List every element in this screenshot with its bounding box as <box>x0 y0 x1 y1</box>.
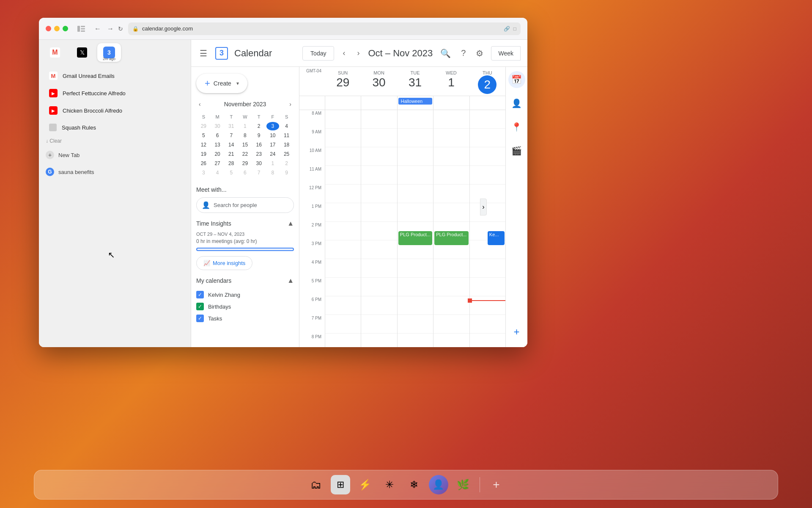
hour-9am-sun <box>325 129 361 147</box>
mini-cal-day-3-6[interactable]: 25 <box>280 150 293 158</box>
mini-cal-day-4-3[interactable]: 29 <box>239 159 252 168</box>
mini-cal-day-5-5[interactable]: 8 <box>266 168 280 177</box>
mini-cal-day-0-3[interactable]: 1 <box>239 122 252 130</box>
side-icon-zoom[interactable]: 🎬 <box>508 142 525 159</box>
sidebar-toggle-button[interactable] <box>77 25 86 33</box>
dock-item-leaf[interactable]: 🌿 <box>453 475 473 494</box>
mini-cal-day-1-0[interactable]: 5 <box>197 131 210 140</box>
tab-bar: M 𝕏 3 2m ago <box>39 40 191 65</box>
mini-cal-day-2-0[interactable]: 12 <box>197 141 210 149</box>
dock-item-asterisk[interactable]: ✳ <box>380 475 399 494</box>
mini-cal-next-button[interactable]: › <box>287 100 294 108</box>
mini-cal-day-0-5[interactable]: 3 <box>266 122 280 130</box>
dock-item-snowflake[interactable]: ❄ <box>404 475 424 494</box>
more-insights-icon: 📈 <box>203 260 210 266</box>
dock-item-lightning[interactable]: ⚡ <box>355 475 375 494</box>
tab-gmail[interactable]: M <box>43 43 67 62</box>
tab-item-chicken-broccoli[interactable]: ▶ Chicken Broccoli Alfredo <box>42 102 187 119</box>
mini-cal-day-2-1[interactable]: 13 <box>211 141 224 149</box>
mini-cal-day-4-0[interactable]: 26 <box>197 159 210 168</box>
event-ke-thu[interactable]: Ke... <box>488 231 505 245</box>
side-icon-calendar[interactable]: 📅 <box>508 71 525 88</box>
mini-cal-day-1-4[interactable]: 9 <box>252 131 266 140</box>
tab-calendar[interactable]: 3 2m ago <box>97 43 121 62</box>
mini-cal-day-5-6[interactable]: 9 <box>280 168 293 177</box>
mini-cal-day-4-6[interactable]: 2 <box>280 159 293 168</box>
more-insights-button[interactable]: 📈 More insights <box>196 256 252 270</box>
mini-cal-day-2-5[interactable]: 17 <box>266 141 280 149</box>
forward-button[interactable]: → <box>105 24 115 33</box>
mini-cal-day-2-6[interactable]: 18 <box>280 141 293 149</box>
side-icon-maps[interactable]: 📍 <box>508 119 525 135</box>
expand-panel-button[interactable]: › <box>480 199 487 215</box>
calendar-settings-button[interactable]: ⚙ <box>473 46 486 61</box>
dock-item-launchpad[interactable]: ⊞ <box>331 475 350 494</box>
mini-cal-day-2-2[interactable]: 14 <box>225 141 238 149</box>
tab-twitter[interactable]: 𝕏 <box>70 43 94 62</box>
next-period-button[interactable]: › <box>354 46 363 60</box>
event-plg-wed[interactable]: PLG Product... <box>434 231 468 245</box>
mini-cal-day-0-0[interactable]: 29 <box>197 122 210 130</box>
mini-cal-day-3-4[interactable]: 23 <box>252 150 266 158</box>
back-button[interactable]: ← <box>93 24 103 33</box>
dock-item-add[interactable]: + <box>487 475 506 494</box>
mini-cal-day-1-3[interactable]: 8 <box>239 131 252 140</box>
time-insights-collapse-button[interactable]: ▲ <box>287 220 294 227</box>
mini-cal-day-5-4[interactable]: 7 <box>252 168 266 177</box>
tab-calendar-badge: 2m ago <box>103 57 115 61</box>
mini-cal-day-1-1[interactable]: 6 <box>211 131 224 140</box>
mini-cal-day-4-1[interactable]: 27 <box>211 159 224 168</box>
address-bar[interactable]: 🔒 calendar.google.com 🔗 □ <box>128 22 521 35</box>
side-icon-contacts[interactable]: 👤 <box>508 95 525 112</box>
view-selector-button[interactable]: Week <box>491 46 521 61</box>
mini-cal-day-0-6[interactable]: 4 <box>280 122 293 130</box>
event-plg-tue[interactable]: PLG Product... <box>398 231 432 245</box>
mini-cal-day-3-2[interactable]: 21 <box>225 150 238 158</box>
search-row[interactable]: G sauna benefits <box>39 163 191 180</box>
dock-item-finder[interactable]: 🗂 <box>306 475 326 494</box>
mini-cal-day-3-0[interactable]: 19 <box>197 150 210 158</box>
mini-cal-day-5-1[interactable]: 4 <box>211 168 224 177</box>
mini-cal-prev-button[interactable]: ‹ <box>196 100 203 108</box>
close-button[interactable] <box>46 26 51 31</box>
mini-cal-day-1-5[interactable]: 10 <box>266 131 280 140</box>
mini-cal-day-3-5[interactable]: 24 <box>266 150 280 158</box>
halloween-event[interactable]: Halloween <box>398 98 432 105</box>
today-button[interactable]: Today <box>302 46 334 61</box>
mini-cal-day-4-5[interactable]: 1 <box>266 159 280 168</box>
new-tab-row[interactable]: + New Tab <box>39 146 191 163</box>
clear-button[interactable]: ↓ Clear <box>46 138 62 144</box>
create-button[interactable]: + Create ▾ <box>196 74 247 93</box>
mini-cal-day-1-6[interactable]: 11 <box>280 131 293 140</box>
mini-cal-day-5-3[interactable]: 6 <box>239 168 252 177</box>
minimize-button[interactable] <box>54 26 60 31</box>
tab-item-squash-rules[interactable]: Squash Rules <box>42 119 187 135</box>
calendar-menu-button[interactable]: ☰ <box>198 47 209 60</box>
mini-cal-day-0-1[interactable]: 30 <box>211 122 224 130</box>
mini-cal-day-4-4[interactable]: 30 <box>252 159 266 168</box>
tab-item-perfect-fettuccine[interactable]: ▶ Perfect Fettuccine Alfredo <box>42 85 187 102</box>
mini-cal-day-1-2[interactable]: 7 <box>225 131 238 140</box>
calendar-item-kelvin[interactable]: ✓ Kelvin Zhang <box>196 289 294 301</box>
calendar-help-button[interactable]: ? <box>458 46 468 61</box>
mini-cal-day-0-2[interactable]: 31 <box>225 122 238 130</box>
mini-cal-day-2-3[interactable]: 15 <box>239 141 252 149</box>
search-people-input[interactable]: 👤 Search for people <box>196 197 294 213</box>
mini-cal-day-3-3[interactable]: 22 <box>239 150 252 158</box>
tab-item-gmail-unread[interactable]: M Gmail Unread Emails <box>42 67 187 84</box>
mini-cal-day-5-2[interactable]: 5 <box>225 168 238 177</box>
dock-item-user[interactable]: 👤 <box>429 475 448 494</box>
calendar-item-birthdays[interactable]: ✓ Birthdays <box>196 301 294 312</box>
mini-cal-day-3-1[interactable]: 20 <box>211 150 224 158</box>
calendar-search-button[interactable]: 🔍 <box>438 46 453 61</box>
mini-cal-day-4-2[interactable]: 28 <box>225 159 238 168</box>
mini-cal-day-5-0[interactable]: 3 <box>197 168 210 177</box>
add-fab-button[interactable]: + <box>508 323 525 340</box>
calendar-item-tasks[interactable]: ✓ Tasks <box>196 312 294 324</box>
mini-cal-day-0-4[interactable]: 2 <box>252 122 266 130</box>
my-calendars-collapse-button[interactable]: ▲ <box>287 277 294 284</box>
maximize-button[interactable] <box>63 26 68 31</box>
reload-button[interactable]: ↻ <box>118 24 123 33</box>
mini-cal-day-2-4[interactable]: 16 <box>252 141 266 149</box>
prev-period-button[interactable]: ‹ <box>339 46 348 60</box>
